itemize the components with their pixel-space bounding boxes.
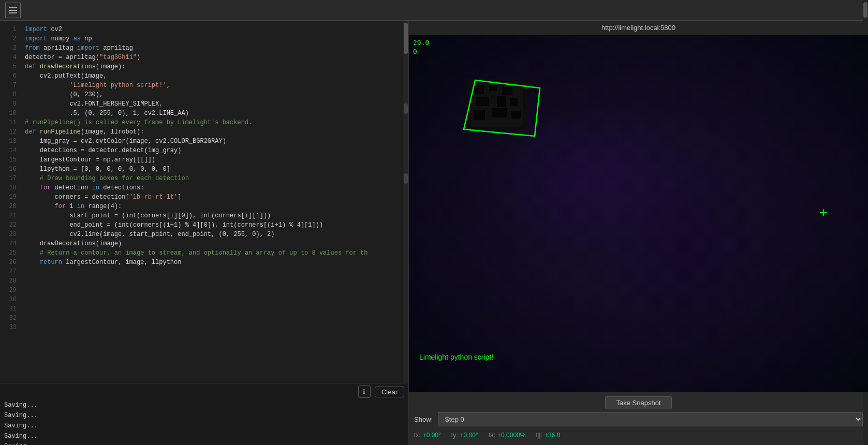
editor-scrollbar-thumb2[interactable] — [404, 103, 408, 114]
top-bar — [0, 0, 868, 21]
code-line-3: from apriltag import apriltag — [25, 43, 403, 53]
log-message: Saving... — [4, 421, 404, 431]
metric-t: t∥:+36.8 — [536, 432, 560, 439]
code-line-17: detections = detector.detect(img_gray) — [25, 146, 403, 155]
code-line-27: end_point = (int(corners[(i+1) % 4][0]),… — [25, 220, 403, 230]
camera-overlay-text: Limelight python script! — [419, 353, 493, 361]
metrics-row: tx:+0.00°ty:+0.00°ta:+0.0000%t∥:+36.8 — [414, 429, 863, 441]
code-line-20: llpython = [0, 0, 0, 0, 0, 0, 0, 0] — [25, 165, 403, 174]
code-line-15: def runPipeline(image, llrobot): — [25, 127, 403, 137]
editor-scrollbar-thumb3[interactable] — [404, 173, 408, 184]
log-message: Saving... — [4, 431, 404, 441]
log-messages: Saving...Saving...Saving...Saving...Savi… — [0, 400, 408, 445]
svg-rect-2 — [9, 12, 17, 13]
code-line-26: start_point = (int(corners[i][0]), int(c… — [25, 211, 403, 220]
code-line-28: cv2.line(image, start_point, end_point, … — [25, 230, 403, 239]
code-line-9: 'Limelight python script!', — [25, 81, 403, 90]
code-line-25: for i in range(4): — [25, 202, 403, 211]
metric-tx: tx:+0.00° — [414, 432, 441, 439]
snapshot-row: Take Snapshot — [414, 396, 863, 409]
fps-display: 29.0 0 — [413, 39, 429, 56]
svg-rect-0 — [9, 7, 17, 8]
code-line-8: cv2.putText(image, — [25, 71, 403, 81]
code-line-2: import numpy as np — [25, 34, 403, 43]
right-panel: http://limelight.local:5800 — [409, 21, 868, 445]
metric-ty: ty:+0.00° — [451, 432, 478, 439]
log-message: Saving... — [4, 400, 404, 410]
code-content[interactable]: import cv2import numpy as npfrom aprilta… — [21, 21, 403, 383]
log-toolbar: ℹ Clear — [0, 383, 408, 400]
code-line-19: largestContour = np.array([[]]) — [25, 155, 403, 165]
code-line-14: # runPipeline() is called every frame by… — [25, 118, 403, 127]
camera-feed: 29.0 0 Limelight python script! + — [409, 35, 868, 392]
code-line-12: .5, (0, 255, 0), 1, cv2.LINE_AA) — [25, 109, 403, 118]
metric-ta: ta:+0.0000% — [489, 432, 526, 439]
code-line-10: (0, 230), — [25, 90, 403, 99]
menu-icon[interactable] — [5, 3, 21, 18]
crosshair: + — [819, 206, 827, 221]
show-select[interactable]: Step 0 — [438, 412, 863, 426]
log-message: Saving... — [4, 410, 404, 421]
code-line-5: detector = apriltag("tag36h11") — [25, 53, 403, 62]
code-line-33: return largestContour, image, llpython — [25, 258, 403, 267]
show-row: Show: Step 0 — [414, 412, 863, 426]
code-line-11: cv2.FONT_HERSHEY_SIMPLEX, — [25, 99, 403, 109]
line-numbers: 1234567891011121314151617181920212223242… — [0, 21, 21, 383]
code-line-32: # Return a contour, an image to stream, … — [25, 248, 403, 258]
snapshot-button[interactable]: Take Snapshot — [605, 396, 671, 409]
code-line-16: img_gray = cv2.cvtColor(image, cv2.COLOR… — [25, 137, 403, 146]
log-clear-button[interactable]: Clear — [375, 387, 404, 397]
camera-controls: Take Snapshot Show: Step 0 tx:+0.00°ty:+… — [409, 392, 868, 445]
log-message: Saving... — [4, 441, 404, 445]
code-area[interactable]: 1234567891011121314151617181920212223242… — [0, 21, 408, 383]
code-line-1: import cv2 — [25, 25, 403, 34]
code-line-7: def drawDecorations(image): — [25, 62, 403, 71]
camera-url: http://limelight.local:5800 — [409, 21, 868, 35]
detection-border — [460, 75, 548, 145]
code-line-24: corners = detection['lb-rb-rt-lt'] — [25, 192, 403, 202]
editor-scrollbar-thumb[interactable] — [404, 23, 408, 54]
code-editor: 1234567891011121314151617181920212223242… — [0, 21, 409, 445]
show-label: Show: — [414, 416, 433, 423]
svg-rect-1 — [9, 10, 17, 11]
log-info-button[interactable]: ℹ — [358, 385, 371, 398]
log-area: ℹ Clear Saving...Saving...Saving...Savin… — [0, 383, 408, 445]
main-content: 1234567891011121314151617181920212223242… — [0, 21, 868, 445]
svg-marker-14 — [464, 80, 540, 136]
editor-scrollbar[interactable] — [403, 21, 408, 383]
code-line-23: for detection in detections: — [25, 183, 403, 192]
code-line-30: drawDecorations(image) — [25, 239, 403, 248]
code-line-22: # Draw bounding boxes for each detection — [25, 174, 403, 183]
